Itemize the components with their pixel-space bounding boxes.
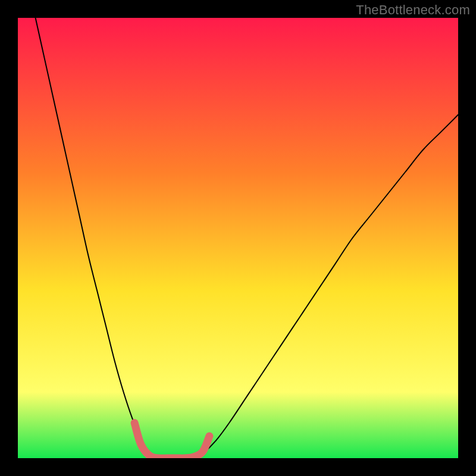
plot-area	[18, 18, 458, 458]
chart-svg	[18, 18, 458, 458]
outer-frame: TheBottleneck.com	[0, 0, 476, 476]
watermark-text: TheBottleneck.com	[356, 2, 470, 18]
